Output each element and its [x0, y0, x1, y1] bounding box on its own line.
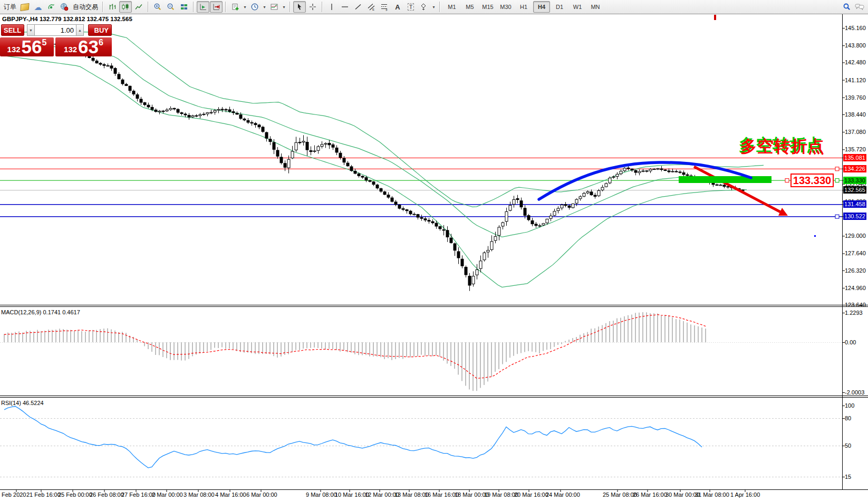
price-callout-box[interactable]: 133.330	[790, 174, 834, 187]
time-axis-label: 25 Mar 08:00	[603, 492, 637, 498]
line-anchor-square[interactable]	[835, 167, 839, 171]
volume-decrease-button[interactable]: ▼	[27, 24, 35, 36]
period-clock-icon[interactable]	[248, 1, 261, 13]
toolbar-separator	[102, 2, 103, 12]
line-anchor-square[interactable]	[785, 179, 789, 182]
sell-price-tile[interactable]: 132 56 5	[0, 37, 54, 56]
price-tick-label: 126.320	[845, 267, 866, 274]
candle-body	[645, 171, 648, 171]
candle-body	[586, 191, 589, 193]
red-arrow-head	[778, 208, 788, 216]
buy-button[interactable]: BUY	[88, 24, 112, 36]
horizontal-line-tool-icon[interactable]	[339, 1, 351, 13]
new-order-dropdown-caret[interactable]: ▾	[242, 5, 248, 9]
timeframe-H4[interactable]: H4	[533, 1, 550, 13]
timeframe-W1[interactable]: W1	[569, 1, 586, 13]
sell-button[interactable]: SELL	[1, 24, 24, 36]
green-support-bar[interactable]	[679, 176, 771, 183]
candle-body	[590, 192, 593, 195]
signals-icon[interactable]	[45, 1, 57, 13]
timeframe-MN[interactable]: MN	[587, 1, 604, 13]
channel-tool-icon[interactable]: E	[365, 1, 378, 13]
period-dropdown-caret[interactable]: ▾	[262, 5, 267, 9]
line-anchor-square[interactable]	[835, 179, 839, 182]
candle-body	[232, 112, 235, 113]
buy-price-tile[interactable]: 132 63 6	[55, 37, 112, 56]
label-tool-icon[interactable]: T	[404, 1, 417, 13]
candle-body	[609, 178, 611, 183]
chat-icon[interactable]	[853, 1, 866, 13]
candle-body	[132, 91, 135, 94]
candle-body	[686, 175, 689, 176]
new-order-icon[interactable]	[229, 1, 242, 13]
turning-point-annotation[interactable]: 多空转折点	[740, 136, 825, 158]
news-icon[interactable]: ☁	[32, 1, 44, 13]
candle-body	[247, 121, 249, 123]
tile-windows-icon[interactable]	[178, 1, 190, 13]
candle-body	[690, 176, 692, 176]
shapes-tool-icon[interactable]	[418, 1, 430, 13]
auto-scroll-icon[interactable]	[197, 1, 209, 13]
autotrade-button[interactable]: 自动交易	[71, 3, 100, 12]
chart-shift-marker[interactable]	[714, 15, 716, 20]
trendline-tool-icon[interactable]	[352, 1, 364, 13]
candle-body	[494, 236, 497, 240]
bar-chart-icon[interactable]	[106, 1, 119, 13]
macd-axis-label: -2.0003	[845, 389, 864, 396]
blue-arc-curve[interactable]	[539, 162, 751, 199]
orders-button[interactable]: 订单	[2, 3, 18, 12]
price-tick-label: 137.080	[845, 129, 866, 136]
timeframe-M30[interactable]: M30	[497, 1, 514, 13]
red-down-arrow[interactable]	[694, 167, 780, 212]
zoom-in-icon[interactable]	[151, 1, 164, 13]
candle-body	[103, 64, 105, 65]
indicators-dropdown-caret[interactable]: ▾	[281, 5, 287, 9]
candle-body	[409, 211, 412, 214]
candle-body	[269, 139, 272, 142]
candlestick-chart-icon[interactable]	[119, 1, 132, 13]
line-anchor-square[interactable]	[835, 215, 839, 218]
candle-body	[155, 110, 157, 111]
candle-body	[505, 211, 508, 221]
candle-body	[273, 142, 275, 149]
toolbar-separator	[225, 2, 226, 12]
candle-body	[162, 111, 165, 111]
timeframe-H1[interactable]: H1	[515, 1, 532, 13]
price-tick-label: 124.960	[845, 285, 866, 292]
crosshair-tool-icon[interactable]	[306, 1, 319, 13]
fibonacci-tool-icon[interactable]: F	[378, 1, 391, 13]
price-level-label: 132.565	[843, 186, 866, 194]
volume-increase-button[interactable]: ▲	[76, 24, 84, 36]
candle-body	[350, 167, 353, 171]
chart-shift-icon[interactable]	[210, 1, 223, 13]
text-tool-icon[interactable]: A	[391, 1, 404, 13]
price-tick-label: 141.120	[845, 77, 866, 84]
timeframe-M5[interactable]: M5	[461, 1, 478, 13]
candle-body	[191, 115, 194, 117]
candle-body	[616, 174, 619, 176]
candle-body	[136, 95, 139, 99]
candle-body	[177, 109, 179, 112]
zoom-out-icon[interactable]	[165, 1, 177, 13]
volume-input[interactable]	[35, 24, 76, 36]
candle-body	[671, 171, 674, 172]
rsi-axis-label: 50	[845, 442, 851, 449]
cursor-tool-icon[interactable]	[293, 1, 306, 13]
line-chart-icon[interactable]	[132, 1, 145, 13]
journal-icon[interactable]	[18, 1, 31, 13]
candle-body	[542, 224, 545, 225]
timeframe-M15[interactable]: M15	[479, 1, 496, 13]
candle-body	[723, 185, 726, 187]
vertical-line-tool-icon[interactable]	[325, 1, 338, 13]
toolbar-separator	[193, 2, 194, 12]
search-icon[interactable]	[841, 1, 853, 13]
timeframe-D1[interactable]: D1	[551, 1, 568, 13]
candle-body	[538, 226, 541, 226]
time-axis-label: 26 Mar 16:00	[633, 492, 667, 498]
autotrade-icon[interactable]	[58, 1, 71, 13]
indicators-icon[interactable]	[268, 1, 281, 13]
shapes-dropdown-caret[interactable]: ▾	[431, 5, 437, 9]
timeframe-M1[interactable]: M1	[443, 1, 460, 13]
candle-body	[594, 195, 596, 196]
chart-canvas[interactable]	[0, 0, 868, 501]
